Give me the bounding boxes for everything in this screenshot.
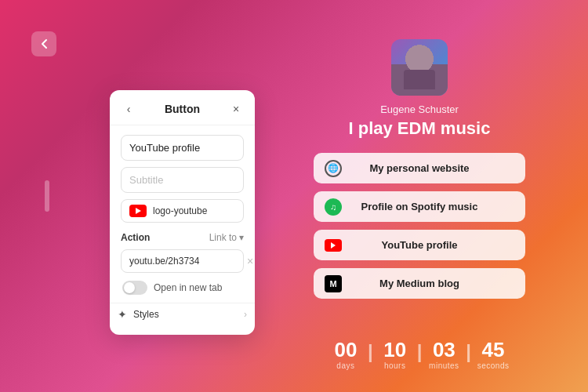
chevron-down-icon: ▾ bbox=[239, 232, 244, 243]
styles-label: Styles bbox=[133, 309, 159, 320]
youtube-btn-icon bbox=[325, 239, 342, 252]
button-name-input[interactable] bbox=[121, 135, 244, 161]
button-editor-panel: ‹ Button × logo-youtube Action Link to ▾ bbox=[110, 90, 255, 335]
app-background: ‹ Button × logo-youtube Action Link to ▾ bbox=[0, 0, 588, 392]
subtitle-input[interactable] bbox=[121, 167, 244, 193]
medium-icon: M bbox=[325, 275, 342, 292]
timer-days-label: days bbox=[336, 361, 354, 370]
profile-section: Eugene Schuster I play EDM music 🌐 My pe… bbox=[290, 39, 549, 307]
url-clear-button[interactable]: × bbox=[247, 255, 253, 267]
globe-icon: 🌐 bbox=[325, 160, 342, 177]
new-tab-toggle[interactable] bbox=[122, 281, 147, 295]
action-link-label: Link to bbox=[209, 232, 237, 243]
left-panel-toggle[interactable] bbox=[31, 31, 56, 56]
new-tab-toggle-row: Open in new tab bbox=[121, 281, 244, 295]
timer-sep-1: | bbox=[368, 339, 373, 363]
website-button[interactable]: 🌐 My personal website bbox=[314, 153, 525, 183]
action-link-selector[interactable]: Link to ▾ bbox=[209, 232, 244, 243]
modal-body: logo-youtube Action Link to ▾ × Op bbox=[110, 125, 255, 295]
modal-close-button[interactable]: × bbox=[228, 101, 244, 117]
website-button-label: My personal website bbox=[369, 162, 469, 174]
sidebar-handle[interactable] bbox=[45, 180, 49, 212]
timer-minutes-label: minutes bbox=[429, 361, 459, 370]
timer-sep-3: | bbox=[466, 339, 471, 363]
modal-title: Button bbox=[136, 103, 228, 115]
action-row: Action Link to ▾ bbox=[121, 232, 244, 243]
avatar-image bbox=[391, 39, 448, 96]
timer-seconds-label: seconds bbox=[477, 361, 510, 370]
timer-minutes: 03 minutes bbox=[423, 339, 464, 370]
avatar bbox=[391, 39, 448, 96]
timer-days-value: 00 bbox=[334, 339, 357, 360]
icon-selector[interactable]: logo-youtube bbox=[121, 199, 244, 223]
url-input-row: × bbox=[121, 249, 244, 273]
timer-hours: 10 hours bbox=[375, 339, 416, 370]
url-input[interactable] bbox=[129, 256, 247, 267]
styles-row[interactable]: ✦ Styles › bbox=[110, 303, 255, 325]
medium-button[interactable]: M My Medium blog bbox=[314, 268, 525, 299]
youtube-button-label: YouTube profile bbox=[381, 239, 457, 251]
modal-header: ‹ Button × bbox=[110, 90, 255, 125]
styles-chevron-icon: › bbox=[244, 309, 247, 320]
profile-name: Eugene Schuster bbox=[380, 103, 459, 115]
youtube-icon bbox=[129, 205, 147, 217]
timer-seconds: 45 seconds bbox=[473, 339, 514, 370]
timer-sep-2: | bbox=[417, 339, 423, 363]
timer-hours-label: hours bbox=[384, 361, 406, 370]
timer-days: 00 days bbox=[325, 339, 366, 370]
timer-seconds-value: 45 bbox=[482, 339, 505, 360]
toggle-knob bbox=[124, 282, 135, 293]
spotify-button-label: Profile on Spotify music bbox=[361, 201, 478, 212]
youtube-profile-button[interactable]: YouTube profile bbox=[314, 230, 525, 260]
new-tab-label: Open in new tab bbox=[154, 282, 222, 293]
timer-hours-value: 10 bbox=[383, 339, 406, 360]
profile-tagline: I play EDM music bbox=[349, 118, 491, 139]
spotify-icon bbox=[325, 198, 342, 216]
icon-label: logo-youtube bbox=[153, 205, 207, 216]
medium-button-label: My Medium blog bbox=[379, 278, 459, 289]
countdown-timer: 00 days | 10 hours | 03 minutes | 45 sec… bbox=[290, 339, 549, 370]
styles-left: ✦ Styles bbox=[118, 308, 159, 321]
spotify-button[interactable]: Profile on Spotify music bbox=[314, 191, 525, 222]
timer-minutes-value: 03 bbox=[433, 339, 456, 360]
modal-back-button[interactable]: ‹ bbox=[121, 101, 136, 117]
action-label: Action bbox=[121, 232, 150, 243]
styles-icon: ✦ bbox=[118, 308, 127, 321]
